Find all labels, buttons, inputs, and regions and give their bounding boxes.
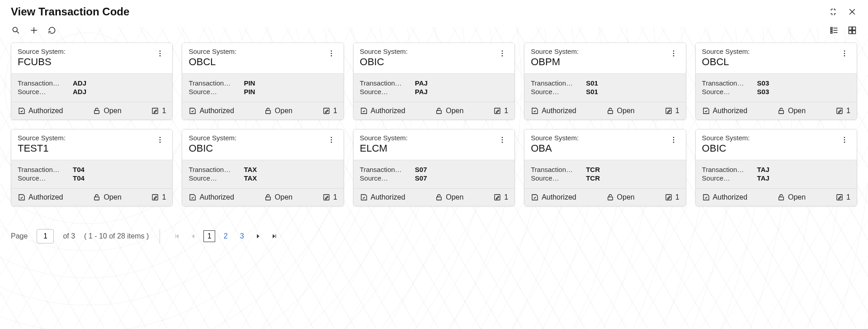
card-head: Source System: ELCM: [354, 129, 514, 160]
last-page-button[interactable]: [269, 230, 280, 242]
first-page-button[interactable]: [171, 230, 183, 242]
authorized-label: Authorized: [199, 107, 234, 115]
svg-point-35: [160, 142, 161, 143]
record-card: Source System: OBCL Transaction…S03 Sour…: [695, 43, 857, 120]
card-menu-icon[interactable]: [154, 48, 166, 61]
source-system-label: Source System:: [702, 134, 750, 142]
prev-page-button[interactable]: [187, 230, 199, 242]
svg-rect-41: [266, 197, 271, 200]
card-body: Transaction…S07 Source…S07: [354, 160, 514, 188]
authorized-label: Authorized: [28, 107, 63, 115]
transaction-value: TAX: [244, 166, 257, 173]
edit-count-value: 1: [675, 107, 679, 115]
open-label: Open: [104, 107, 121, 115]
page-label: Page: [11, 232, 28, 240]
open-label: Open: [446, 193, 463, 201]
open-label: Open: [275, 107, 292, 115]
svg-rect-21: [437, 110, 442, 114]
card-menu-icon[interactable]: [496, 48, 508, 61]
transaction-value: T04: [73, 166, 85, 173]
refresh-icon[interactable]: [47, 25, 57, 35]
record-card: Source System: ELCM Transaction…S07 Sour…: [353, 129, 515, 206]
source-label: Source…: [531, 174, 580, 182]
edit-count: 1: [493, 107, 508, 115]
record-card: Source System: OBIC Transaction…TAX Sour…: [182, 129, 344, 206]
source-label: Source…: [360, 174, 410, 182]
source-system-label: Source System:: [360, 48, 408, 55]
card-menu-icon[interactable]: [668, 48, 679, 61]
card-menu-icon[interactable]: [326, 134, 337, 148]
transaction-label: Transaction…: [18, 166, 67, 173]
card-head: Source System: OBA: [524, 129, 685, 160]
svg-rect-56: [779, 197, 784, 200]
card-menu-icon[interactable]: [839, 134, 850, 148]
card-menu-icon[interactable]: [839, 48, 850, 61]
record-card: Source System: OBIC Transaction…TAJ Sour…: [695, 129, 857, 206]
svg-point-24: [673, 53, 674, 54]
card-body: Transaction…PAJ Source…PAJ: [354, 73, 514, 102]
svg-point-29: [844, 53, 845, 54]
page-number-1[interactable]: 1: [203, 230, 215, 242]
source-system-label: Source System:: [189, 134, 236, 142]
search-icon[interactable]: [11, 25, 21, 35]
source-label: Source…: [18, 88, 67, 95]
collapse-icon[interactable]: [828, 7, 838, 17]
title-bar: View Transaction Code: [0, 0, 868, 22]
card-body: Transaction…TAX Source…TAX: [182, 160, 343, 188]
add-icon[interactable]: [29, 25, 39, 35]
authorized-status: Authorized: [189, 107, 234, 115]
card-menu-icon[interactable]: [496, 134, 508, 148]
list-view-icon[interactable]: [829, 25, 839, 35]
page-input[interactable]: [37, 229, 54, 243]
open-label: Open: [275, 193, 292, 201]
pagination: Page of 3 ( 1 - 10 of 28 items ) 1 2 3: [0, 206, 868, 243]
source-value: T04: [73, 174, 85, 182]
svg-rect-51: [608, 197, 613, 200]
svg-point-48: [673, 137, 674, 138]
card-menu-icon[interactable]: [326, 48, 337, 61]
authorized-label: Authorized: [28, 193, 63, 201]
svg-rect-2: [831, 29, 832, 31]
card-menu-icon[interactable]: [154, 134, 166, 148]
close-icon[interactable]: [847, 7, 857, 17]
edit-count-value: 1: [675, 193, 679, 201]
card-head: Source System: OBPM: [524, 43, 685, 73]
open-status: Open: [264, 193, 292, 201]
source-system-value: TEST1: [18, 143, 66, 154]
page-number-3[interactable]: 3: [236, 230, 248, 242]
page-range: ( 1 - 10 of 28 items ): [84, 232, 149, 240]
card-head: Source System: OBIC: [354, 43, 514, 73]
authorized-status: Authorized: [18, 107, 63, 115]
svg-rect-16: [266, 110, 271, 114]
source-system-label: Source System:: [360, 134, 408, 142]
card-foot: Authorized Open 1: [696, 188, 857, 206]
card-body: Transaction…T04 Source…T04: [11, 160, 172, 188]
source-system-label: Source System:: [18, 48, 66, 55]
record-card: Source System: OBIC Transaction…PAJ Sour…: [353, 43, 515, 120]
transaction-label: Transaction…: [702, 166, 752, 173]
card-foot: Authorized Open 1: [354, 188, 514, 206]
svg-point-33: [160, 137, 161, 138]
svg-rect-46: [437, 197, 442, 200]
svg-point-23: [673, 50, 674, 52]
svg-point-0: [13, 27, 17, 32]
source-value: TAJ: [757, 174, 769, 182]
page-number-2[interactable]: 2: [220, 230, 231, 242]
edit-count: 1: [835, 193, 850, 201]
record-card: Source System: OBCL Transaction…PIN Sour…: [182, 43, 344, 120]
edit-count-value: 1: [846, 193, 850, 201]
record-card: Source System: FCUBS Transaction…ADJ Sou…: [11, 43, 173, 120]
svg-rect-31: [779, 110, 784, 114]
card-menu-icon[interactable]: [668, 134, 679, 148]
transaction-value: S03: [757, 79, 769, 87]
source-label: Source…: [189, 88, 238, 95]
next-page-button[interactable]: [252, 230, 264, 242]
svg-point-8: [160, 50, 161, 52]
tile-view-icon[interactable]: [847, 25, 857, 35]
source-system-value: OBIC: [189, 143, 236, 154]
card-head: Source System: OBIC: [696, 129, 857, 160]
source-system-label: Source System:: [18, 134, 66, 142]
card-head: Source System: OBIC: [182, 129, 343, 160]
svg-point-49: [673, 139, 674, 141]
source-value: S03: [757, 88, 769, 95]
